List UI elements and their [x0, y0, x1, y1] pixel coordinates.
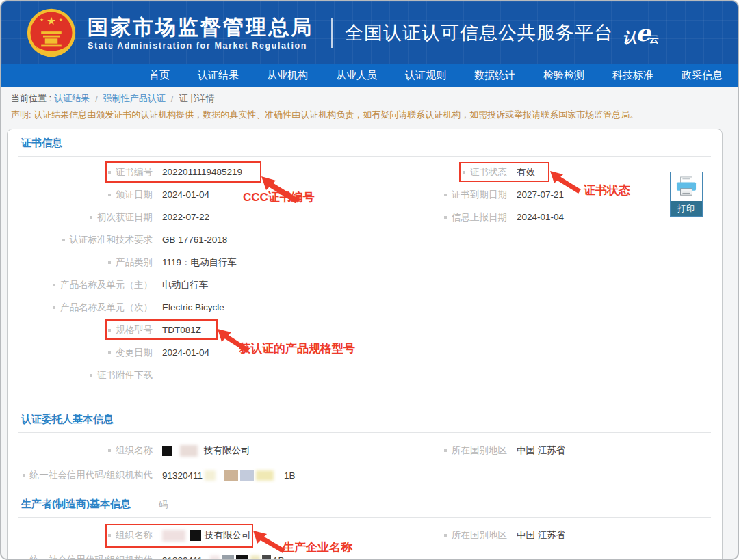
field-product-main: 产品名称及单元（主） 电动自行车	[16, 279, 426, 291]
field-row: 变更日期 2024-01-04	[8, 341, 722, 364]
nav-item-rules[interactable]: 认证规则	[405, 69, 446, 82]
header-divider	[331, 18, 333, 48]
status-label: 证书状态	[470, 166, 507, 178]
nav-item-personnel[interactable]: 从业人员	[336, 69, 377, 82]
field-bullet	[53, 306, 55, 309]
model-label: 规格型号	[116, 324, 153, 336]
field-product-sub: 产品名称及单元（次） Electric Bicycle	[16, 302, 426, 314]
agency-title: 国家市场监督管理总局	[88, 16, 313, 39]
breadcrumb-link-ccc[interactable]: 强制性产品认证	[103, 92, 166, 105]
redaction-block	[250, 555, 260, 560]
redaction-block	[262, 555, 271, 560]
applicant-org-label: 组织名称	[116, 444, 153, 457]
issue-date-label: 颁证日期	[116, 189, 153, 201]
nav-item-home[interactable]: 首页	[149, 69, 170, 82]
attachment-download-label[interactable]: 证书附件下载	[97, 369, 153, 382]
redaction-block	[190, 530, 201, 541]
field-bullet	[23, 474, 25, 477]
breadcrumb-current: 证书详情	[179, 92, 214, 105]
field-bullet	[444, 194, 447, 196]
redaction-block	[205, 470, 216, 481]
field-first-issue: 初次获证日期 2022-07-22	[16, 211, 426, 224]
field-bullet	[444, 449, 447, 452]
redaction-block	[224, 470, 238, 481]
redaction-block	[180, 445, 198, 457]
product-main-label: 产品名称及单元（主）	[60, 279, 153, 291]
logo-char-yun: 云	[649, 34, 659, 44]
field-row: 认证标准和技术要求 GB 17761-2018	[8, 228, 722, 251]
annotation-text-status: 证书状态	[584, 183, 630, 198]
manufacturer-region-label: 所在国别地区	[452, 529, 507, 542]
field-bullet	[108, 351, 111, 354]
agency-title-block: 国家市场监督管理总局 State Administration for Mark…	[88, 16, 313, 51]
field-bullet	[62, 239, 65, 241]
manufacturer-org-value: 技有限公司	[205, 529, 251, 542]
svg-text:★: ★	[47, 15, 56, 27]
field-model: 规格型号 TDT081Z	[16, 324, 426, 336]
standard-value: GB 17761-2018	[162, 235, 227, 245]
issue-date-value: 2024-01-04	[162, 189, 209, 200]
field-row: 规格型号 TDT081Z 获认证的产品规格型号	[8, 319, 722, 341]
ren-e-cloud-logo: 认 e 云	[623, 21, 659, 44]
field-bullet	[90, 374, 92, 377]
logo-char-e: e	[636, 21, 651, 44]
status-value: 有效	[517, 166, 535, 178]
field-bullet	[108, 261, 111, 264]
nav-item-procurement[interactable]: 政采信息	[682, 69, 723, 82]
logo-char-ren: 认	[623, 30, 637, 44]
breadcrumb-prefix: 当前位置 :	[11, 92, 51, 105]
field-bullet	[463, 171, 465, 174]
field-manufacturer-region: 所在国别地区 中国 江苏省	[426, 529, 722, 542]
manufacturer-title: 生产者(制造商)基本信息	[21, 498, 131, 509]
print-button[interactable]: 打印	[670, 172, 703, 217]
nav-bar: 首页 认证结果 从业机构 从业人员 认证规则 数据统计 检验检测 科技标准 政采…	[1, 64, 738, 87]
manufacturer-credit-suffix: 1B	[273, 555, 285, 560]
product-main-value: 电动自行车	[162, 279, 209, 291]
section-title-manufacturer: 生产者(制造商)基本信息 码	[18, 490, 711, 518]
page: ★ ★ ★ 国家市场监督管理总局 State Administration fo…	[0, 0, 739, 560]
expire-date-value: 2027-07-21	[517, 189, 564, 200]
product-sub-value: Electric Bicycle	[162, 302, 224, 312]
printer-icon	[675, 176, 698, 197]
field-category: 产品类别 1119：电动自行车	[16, 256, 426, 269]
annotation-text-manufacturer: 生产企业名称	[283, 539, 352, 555]
report-date-value: 2024-01-04	[517, 212, 564, 222]
certificate-fields: 证书编号 2022011119485219 证书状态 有效 CCC证书编号	[8, 161, 722, 386]
standard-label: 认证标准和技术要求	[70, 234, 153, 246]
field-bullet	[53, 284, 55, 286]
field-row: 产品名称及单元（主） 电动自行车	[8, 274, 722, 296]
field-cert-no: 证书编号 2022011119485219	[16, 166, 426, 178]
model-value: TDT081Z	[162, 325, 201, 335]
field-row: 证书编号 2022011119485219 证书状态 有效 CCC证书编号	[8, 161, 722, 183]
field-bullet	[108, 171, 111, 174]
manufacturer-region-value: 中国 江苏省	[517, 529, 565, 542]
breadcrumb-separator: /	[95, 94, 98, 104]
disclaimer-text: 声明: 认证结果信息由颁发证书的认证机构提供，数据的真实性、准确性由认证机构负责…	[1, 109, 738, 121]
first-issue-value: 2022-07-22	[162, 212, 209, 222]
agency-subtitle: State Administration for Market Regulati…	[88, 41, 313, 51]
svg-text:★: ★	[40, 17, 44, 22]
expire-date-label: 证书到期日期	[452, 189, 507, 201]
field-row: 统一社会信用代码/组织机构代 91320411 1B	[8, 463, 722, 488]
field-row: 初次获证日期 2022-07-22 信息上报日期 2024-01-04	[8, 206, 722, 228]
cert-no-value: 2022011119485219	[162, 167, 242, 177]
manufacturer-credit-label: 统一社会信用代码/组织机构代	[30, 554, 153, 560]
nav-item-standards[interactable]: 科技标准	[612, 69, 653, 82]
field-bullet	[108, 329, 111, 332]
platform-title: 全国认证认可信息公共服务平台	[345, 21, 613, 45]
nav-item-inspection[interactable]: 检验检测	[543, 69, 584, 82]
nav-item-cert-results[interactable]: 认证结果	[198, 69, 239, 82]
redaction-block	[222, 555, 234, 560]
field-attachment: 证书附件下载	[16, 369, 426, 382]
redaction-block	[162, 446, 172, 456]
field-row: 产品名称及单元（次） Electric Bicycle	[8, 296, 722, 319]
redaction-block	[236, 555, 248, 560]
cert-no-label: 证书编号	[116, 166, 153, 178]
nav-item-statistics[interactable]: 数据统计	[474, 69, 515, 82]
field-row: 统一社会信用代码/组织机构代 91320411 1B	[8, 548, 722, 560]
breadcrumb-link-cert-results[interactable]: 认证结果	[54, 92, 90, 105]
nav-item-agencies[interactable]: 从业机构	[267, 69, 308, 82]
change-date-label: 变更日期	[116, 347, 153, 359]
breadcrumb-separator: /	[171, 94, 174, 104]
manufacturer-org-label: 组织名称	[116, 529, 153, 542]
